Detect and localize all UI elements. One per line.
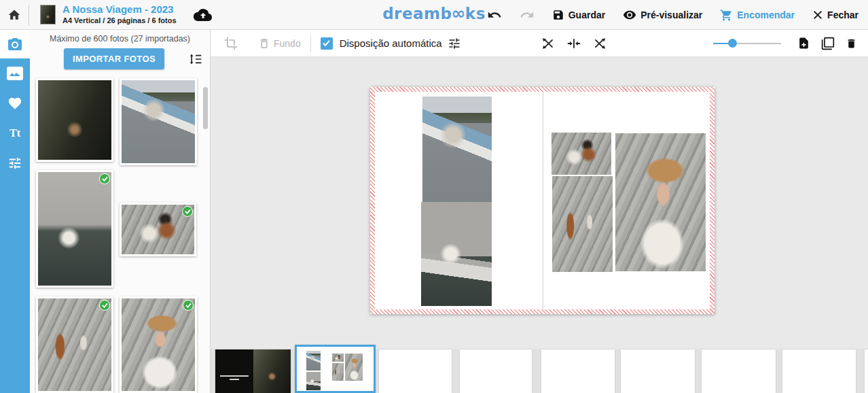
save-button[interactable]: Guardar bbox=[552, 9, 605, 21]
header-divider bbox=[29, 5, 29, 25]
redo-button[interactable] bbox=[520, 7, 535, 22]
photo-6-image bbox=[122, 298, 195, 391]
close-button[interactable]: Fechar bbox=[812, 10, 858, 20]
crop-button[interactable] bbox=[224, 37, 238, 50]
page-photo-right-large[interactable] bbox=[615, 133, 706, 271]
save-icon bbox=[552, 9, 564, 21]
filmstrip-empty-spread-3[interactable] bbox=[541, 349, 615, 393]
shuffle-left-icon bbox=[541, 37, 555, 50]
spread-bleed-border bbox=[370, 87, 715, 314]
photo-used-check-icon bbox=[99, 300, 110, 311]
mini-photo bbox=[306, 372, 321, 390]
cover-subtitle-line bbox=[230, 379, 239, 380]
sidebar-item-layouts[interactable] bbox=[0, 58, 30, 88]
order-button[interactable]: Encomendar bbox=[720, 9, 795, 22]
photo-thumbnail-2[interactable] bbox=[120, 78, 197, 165]
photo-2-image bbox=[122, 80, 195, 163]
add-page-button[interactable] bbox=[797, 36, 810, 50]
photo-thumbnail-1[interactable] bbox=[36, 78, 113, 162]
canvas-toolbar: Fundo Disposição automática bbox=[211, 30, 868, 57]
checkbox-check-icon bbox=[323, 40, 330, 46]
image-icon bbox=[6, 66, 24, 81]
zoom-slider-thumb[interactable] bbox=[728, 39, 737, 48]
photos-panel: Máximo de 600 fotos (27 importadas) IMPO… bbox=[30, 30, 211, 393]
sidebar-item-text[interactable]: Tt bbox=[0, 118, 30, 148]
close-label: Fechar bbox=[827, 10, 858, 20]
undo-button[interactable] bbox=[487, 7, 502, 22]
filmstrip-spread-thumbnail-selected[interactable] bbox=[295, 345, 376, 393]
text-icon: Tt bbox=[10, 127, 20, 139]
page-photo-right-small[interactable] bbox=[551, 133, 611, 175]
logo-prefix: dreamb bbox=[382, 5, 452, 22]
undo-icon bbox=[487, 7, 502, 22]
sidebar-rail-blue: Tt bbox=[0, 58, 30, 393]
photo-thumbnail-4[interactable] bbox=[120, 203, 196, 256]
logo-infinity-glyph: ∞ bbox=[452, 3, 466, 23]
filmstrip-empty-spread-6[interactable] bbox=[782, 349, 856, 393]
mini-photo bbox=[306, 351, 321, 371]
filmstrip-empty-spread-7[interactable] bbox=[865, 349, 868, 393]
duplicate-page-button[interactable] bbox=[821, 37, 835, 50]
duplicate-icon bbox=[821, 37, 835, 50]
zoom-slider[interactable] bbox=[713, 43, 781, 44]
project-subtitle: A4 Vertical / 26 páginas / 6 fotos bbox=[62, 16, 177, 26]
preview-label: Pré-visualizar bbox=[640, 10, 702, 20]
heart-icon bbox=[7, 96, 23, 111]
shuffle-photos-button[interactable] bbox=[593, 37, 607, 50]
filmstrip-empty-spread-2[interactable] bbox=[460, 349, 532, 393]
delete-icon bbox=[846, 37, 857, 50]
photo-3-image bbox=[38, 172, 111, 286]
mini-photo bbox=[332, 354, 344, 362]
delete-page-button[interactable] bbox=[846, 37, 857, 50]
toolbar-separator bbox=[310, 35, 311, 52]
cover-photo-half bbox=[253, 349, 291, 393]
cart-icon bbox=[720, 9, 733, 22]
import-photos-button[interactable]: IMPORTAR FOTOS bbox=[64, 48, 164, 69]
canvas-area bbox=[211, 57, 868, 393]
filmstrip-empty-spread-5[interactable] bbox=[702, 349, 776, 393]
background-trash-icon bbox=[258, 37, 270, 50]
photo-1-image bbox=[38, 80, 111, 160]
filmstrip-cover-thumbnail[interactable] bbox=[215, 349, 291, 393]
swap-pages-button[interactable] bbox=[567, 38, 581, 49]
sort-photos-button[interactable] bbox=[187, 51, 204, 67]
sidebar-item-favorites[interactable] bbox=[0, 88, 30, 118]
preview-button[interactable]: Pré-visualizar bbox=[623, 8, 702, 22]
add-page-icon bbox=[797, 36, 810, 50]
mini-photo bbox=[332, 363, 344, 381]
photo-used-check-icon bbox=[99, 173, 110, 184]
background-button[interactable]: Fundo bbox=[258, 37, 301, 50]
preview-eye-icon bbox=[623, 8, 636, 22]
spread-pages[interactable] bbox=[375, 92, 710, 309]
photo-thumbnail-5[interactable] bbox=[36, 296, 113, 393]
page-photo-left-bottom[interactable] bbox=[421, 202, 492, 306]
panel-scrollbar[interactable] bbox=[203, 87, 208, 129]
page-photo-right-bottom[interactable] bbox=[552, 176, 613, 272]
background-label: Fundo bbox=[274, 38, 301, 49]
filmstrip-empty-spread-1[interactable] bbox=[379, 349, 452, 393]
shuffle-layout-button[interactable] bbox=[541, 37, 555, 50]
cloud-sync-icon bbox=[193, 7, 213, 22]
photo-limit-label: Máximo de 600 fotos (27 importadas) bbox=[30, 34, 210, 44]
auto-layout-checkbox[interactable] bbox=[321, 37, 333, 50]
photo-5-image bbox=[38, 298, 111, 391]
sidebar-item-photos[interactable] bbox=[0, 30, 30, 58]
sidebar-item-settings[interactable] bbox=[0, 148, 30, 178]
project-cover-thumbnail bbox=[40, 5, 56, 24]
layout-options-button[interactable] bbox=[448, 37, 461, 50]
tune-icon bbox=[448, 37, 461, 50]
camera-icon bbox=[7, 36, 23, 52]
header-actions: Guardar Pré-visualizar Encomendar Fechar bbox=[487, 0, 858, 30]
save-label: Guardar bbox=[568, 10, 605, 20]
cover-title-half bbox=[215, 349, 253, 393]
header-bar: A Nossa Viagem - 2023 A4 Vertical / 26 p… bbox=[0, 0, 868, 30]
adjust-icon bbox=[7, 156, 22, 171]
logo-suffix: ks bbox=[465, 5, 486, 22]
swap-center-icon bbox=[567, 38, 581, 49]
home-button[interactable] bbox=[0, 0, 29, 30]
filmstrip-empty-spread-4[interactable] bbox=[621, 349, 695, 393]
cover-title-line bbox=[220, 375, 249, 377]
page-photo-left-top[interactable] bbox=[422, 97, 492, 203]
photo-thumbnail-6[interactable] bbox=[120, 296, 197, 393]
photo-thumbnail-3[interactable] bbox=[36, 170, 113, 288]
